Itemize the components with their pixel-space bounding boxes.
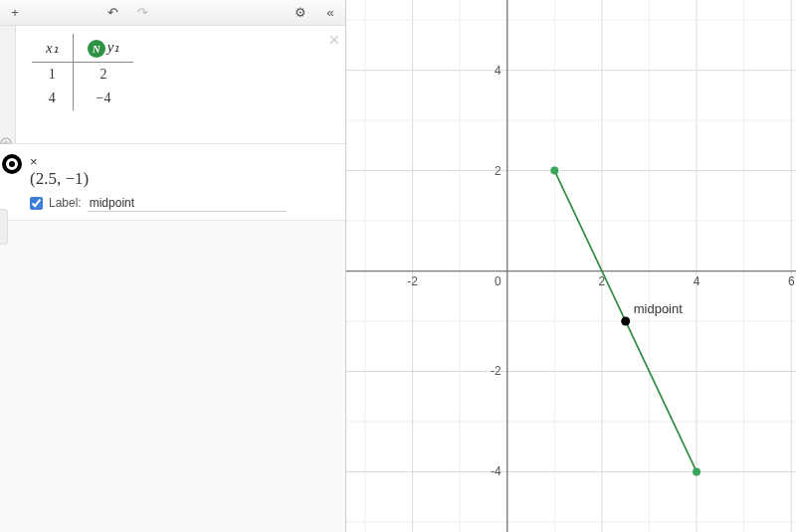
point-style-icon[interactable] [2, 154, 22, 174]
svg-text:6: 6 [788, 274, 795, 288]
label-input[interactable] [88, 195, 287, 212]
graph-canvas[interactable]: -2246-4-2240midpoint [346, 0, 796, 532]
svg-text:4: 4 [495, 64, 501, 78]
expr-gutter [0, 26, 16, 143]
data-table[interactable]: x₁ Ny₁ 1 2 4 −4 [32, 34, 133, 110]
svg-text:4: 4 [694, 274, 700, 288]
settings-button[interactable]: ⚙ [290, 2, 311, 24]
redo-button[interactable]: ↷ [131, 2, 153, 24]
svg-text:-2: -2 [407, 274, 418, 288]
expression-list: × x₁ Ny₁ 1 2 4 −4 [0, 26, 345, 532]
svg-text:midpoint: midpoint [634, 301, 684, 316]
table-row[interactable]: 1 2 [32, 62, 133, 87]
svg-point-38 [693, 467, 700, 475]
svg-text:-4: -4 [491, 464, 501, 478]
expression-table[interactable]: × x₁ Ny₁ 1 2 4 −4 [0, 26, 345, 144]
drag-tab[interactable] [0, 209, 8, 245]
close-icon[interactable]: × [328, 30, 339, 51]
expression-point[interactable]: × (2.5, −1) Label: [0, 144, 345, 221]
label-checkbox[interactable] [30, 197, 43, 210]
col-header-x[interactable]: x₁ [32, 34, 73, 62]
undo-button[interactable]: ↶ [101, 2, 123, 24]
svg-text:-2: -2 [491, 364, 501, 378]
svg-point-39 [621, 317, 630, 326]
connect-icon[interactable]: N [88, 40, 105, 58]
add-button[interactable]: + [4, 2, 26, 24]
close-icon[interactable]: × [30, 154, 38, 169]
toolbar: + ↶ ↷ ⚙ « [0, 0, 345, 26]
svg-text:2: 2 [495, 164, 501, 178]
table-row[interactable]: 4 −4 [32, 87, 133, 110]
svg-point-37 [550, 167, 558, 175]
point-formula[interactable]: (2.5, −1) [30, 169, 335, 189]
col-header-y[interactable]: Ny₁ [73, 34, 133, 62]
collapse-button[interactable]: « [319, 2, 341, 24]
label-caption: Label: [49, 196, 82, 210]
svg-text:0: 0 [495, 274, 501, 288]
